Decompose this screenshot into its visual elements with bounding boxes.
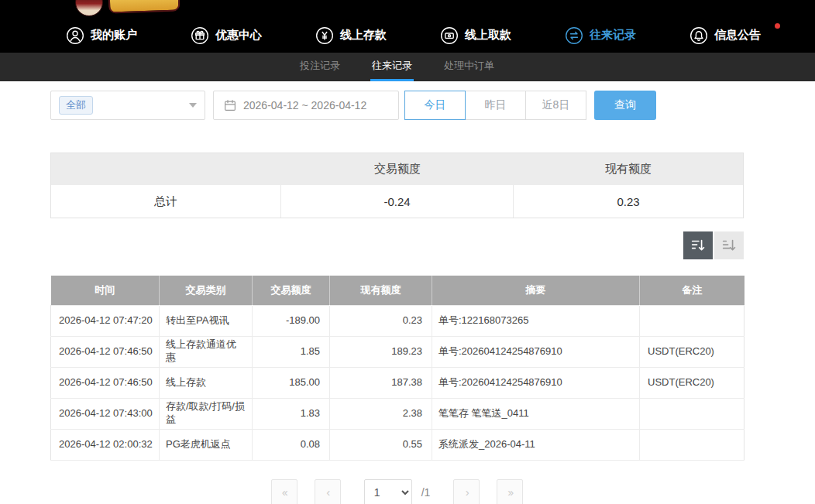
nav-item-online-deposit[interactable]: 线上存款 (315, 26, 397, 45)
quick-range-8days-button[interactable]: 近8日 (525, 91, 586, 120)
logo-mascot-icon (75, 0, 103, 16)
last-page-button[interactable]: ›› (497, 479, 523, 504)
col-header-summary: 摘要 (432, 276, 640, 305)
type-filter-chip: 全部 (59, 96, 93, 115)
filter-row: 全部 2026-04-12 ~ 2026-04-12 今日 昨日 近8日 查询 (50, 91, 744, 120)
top-header: 我的账户 优惠中心 线上存款 线上取款 往来记录 信息公告 (0, 0, 815, 53)
date-range-value: 2026-04-12 ~ 2026-04-12 (243, 99, 366, 111)
nav-item-online-withdraw[interactable]: 线上取款 (440, 26, 521, 45)
sort-asc-icon (720, 237, 738, 254)
summary-header-empty (51, 153, 281, 185)
cell-summary: 笔笔存 笔笔送_0411 (432, 398, 640, 429)
cell-amount: 1.85 (253, 336, 330, 367)
nav-item-announcements[interactable]: 信息公告 (689, 26, 771, 45)
table-row: 2026-04-12 02:00:32 PG老虎机返点 0.08 0.55 系统… (51, 429, 745, 460)
sort-asc-button[interactable] (714, 231, 744, 259)
first-page-button[interactable]: ‹‹ (271, 479, 297, 504)
sort-controls (50, 231, 744, 259)
date-range-picker[interactable]: 2026-04-12 ~ 2026-04-12 (213, 91, 399, 120)
table-row: 2026-04-12 07:47:20 转出至PA视讯 -189.00 0.23… (51, 305, 745, 336)
summary-header-transaction: 交易额度 (281, 153, 514, 185)
nav-label: 我的账户 (91, 28, 137, 43)
quick-range-yesterday-button[interactable]: 昨日 (465, 91, 526, 120)
cell-time: 2026-04-12 07:46:50 (51, 336, 160, 367)
nav-label: 信息公告 (714, 28, 761, 43)
cell-time: 2026-04-12 02:00:32 (51, 429, 160, 460)
nav-item-transaction-records[interactable]: 往来记录 (565, 26, 646, 45)
table-row: 2026-04-12 07:46:50 线上存款通道优惠 1.85 189.23… (51, 336, 745, 367)
cell-summary: 单号:122168073265 (432, 305, 640, 336)
notification-dot (775, 23, 780, 29)
main-content: 全部 2026-04-12 ~ 2026-04-12 今日 昨日 近8日 查询 … (50, 91, 744, 504)
table-row: 2026-04-12 07:46:50 线上存款 185.00 187.38 单… (51, 367, 745, 398)
quick-range-group: 今日 昨日 近8日 (405, 91, 586, 120)
gift-icon (191, 26, 209, 45)
cell-balance: 189.23 (330, 336, 432, 367)
cell-remark (640, 398, 745, 429)
col-header-balance: 现有额度 (330, 276, 432, 305)
table-header-row: 时间 交易类别 交易额度 现有额度 摘要 备注 (51, 276, 745, 305)
col-header-type: 交易类别 (160, 276, 253, 305)
total-pages-label: /1 (421, 486, 431, 499)
col-header-remark: 备注 (640, 276, 745, 305)
cell-balance: 187.38 (330, 367, 432, 398)
nav-item-promotions[interactable]: 优惠中心 (191, 26, 272, 45)
deposit-icon (315, 26, 334, 45)
cell-type: 转出至PA视讯 (160, 305, 253, 336)
cell-amount: 0.08 (253, 429, 330, 460)
calendar-icon (223, 98, 237, 112)
quick-range-today-button[interactable]: 今日 (404, 91, 466, 120)
table-row: 2026-04-12 07:43:00 存款/取款/打码/损益 1.83 2.3… (51, 398, 745, 429)
cell-type: PG老虎机返点 (160, 429, 253, 460)
cell-balance: 0.23 (330, 305, 432, 336)
prev-page-button[interactable]: ‹ (315, 479, 341, 504)
summary-total-label: 总计 (51, 185, 281, 218)
sub-tab-bar: 投注记录 往来记录 处理中订单 (0, 53, 815, 81)
user-icon (66, 26, 84, 45)
pagination: ‹‹ ‹ 1 /1 › ›› (50, 479, 744, 504)
next-page-button[interactable]: › (453, 479, 480, 504)
nav-label: 往来记录 (590, 28, 636, 43)
summary-total-transaction: -0.24 (281, 185, 514, 218)
cell-time: 2026-04-12 07:46:50 (51, 367, 160, 398)
cell-amount: 185.00 (253, 367, 330, 398)
cell-summary: 单号:202604124254876910 (432, 367, 640, 398)
records-table: 时间 交易类别 交易额度 现有额度 摘要 备注 2026-04-12 07:47… (50, 276, 745, 461)
nav-item-my-account[interactable]: 我的账户 (66, 26, 147, 45)
announcement-icon (689, 26, 708, 45)
cell-amount: 1.83 (253, 398, 330, 429)
cell-remark (640, 305, 745, 336)
withdraw-icon (440, 26, 459, 45)
cell-time: 2026-04-12 07:47:20 (51, 305, 160, 336)
logo-wordmark (108, 0, 181, 14)
nav-label: 线上取款 (465, 28, 511, 43)
type-filter-dropdown[interactable]: 全部 (50, 91, 205, 120)
cell-amount: -189.00 (253, 305, 330, 336)
sort-desc-button[interactable] (683, 231, 713, 259)
chevron-down-icon (189, 103, 197, 108)
summary-total-balance: 0.23 (514, 185, 743, 218)
cell-remark: USDT(ERC20) (640, 367, 745, 398)
cell-balance: 0.55 (330, 429, 432, 460)
cell-summary: 系统派发_2026-04-11 (432, 429, 640, 460)
cell-remark (640, 429, 745, 460)
sort-desc-icon (689, 237, 707, 254)
cell-type: 存款/取款/打码/损益 (160, 398, 253, 429)
cell-type: 线上存款 (160, 367, 253, 398)
tab-betting-records[interactable]: 投注记录 (298, 53, 342, 81)
page-number-select[interactable]: 1 (364, 479, 412, 504)
cell-remark: USDT(ERC20) (640, 336, 745, 367)
site-logo[interactable] (0, 0, 815, 18)
cell-type: 线上存款通道优惠 (160, 336, 253, 367)
tab-transaction-records[interactable]: 往来记录 (370, 53, 414, 81)
summary-header-balance: 现有额度 (514, 153, 743, 185)
nav-label: 线上存款 (340, 28, 387, 43)
cell-time: 2026-04-12 07:43:00 (51, 398, 160, 429)
summary-table: 交易额度 现有额度 总计 -0.24 0.23 (50, 153, 744, 218)
col-header-amount: 交易额度 (253, 276, 330, 305)
cell-summary: 单号:202604124254876910 (432, 336, 640, 367)
main-nav: 我的账户 优惠中心 线上存款 线上取款 往来记录 信息公告 (0, 18, 815, 53)
tab-processing-orders[interactable]: 处理中订单 (442, 53, 496, 81)
query-button[interactable]: 查询 (594, 91, 656, 120)
nav-label: 优惠中心 (215, 28, 262, 43)
